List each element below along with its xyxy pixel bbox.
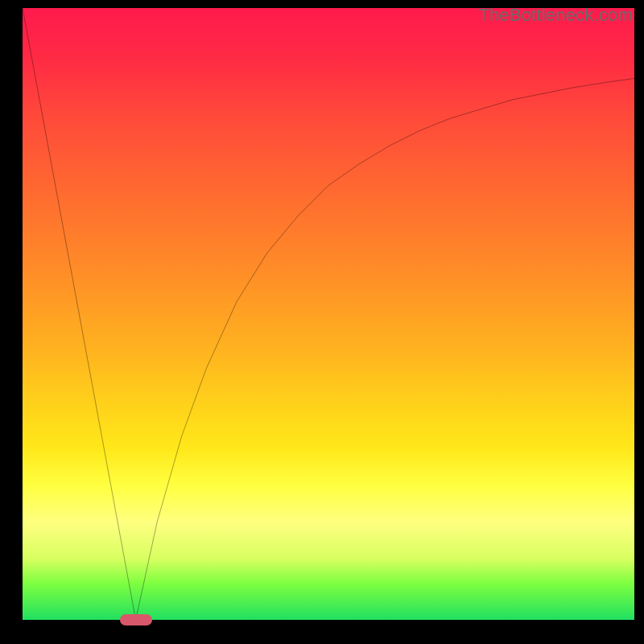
optimal-marker [120,614,152,625]
chart-frame: TheBottleneck.com [0,0,644,644]
watermark-text: TheBottleneck.com [478,5,633,26]
curve-path [23,8,634,620]
bottleneck-curve [23,8,634,620]
plot-area [23,8,634,620]
